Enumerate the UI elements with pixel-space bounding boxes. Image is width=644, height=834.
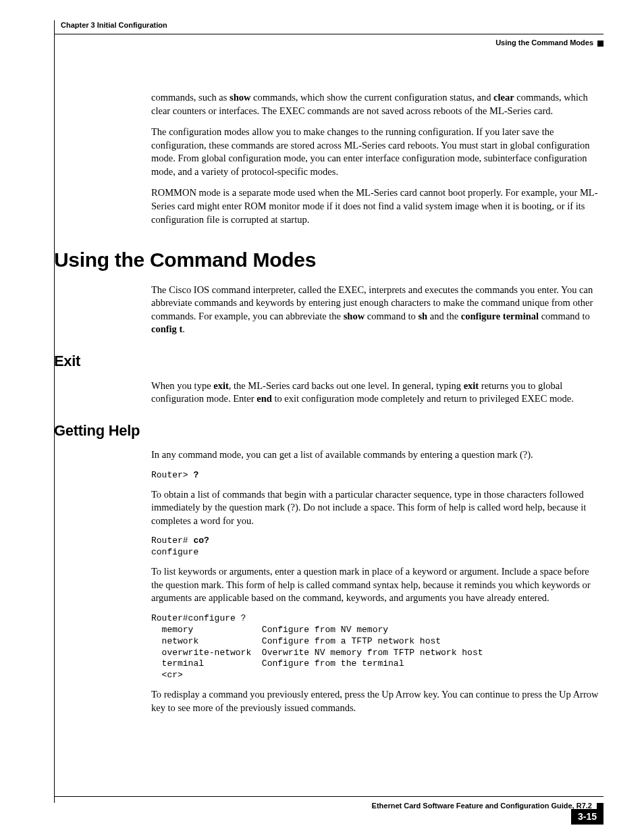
- code-block-3: Router#configure ? memory Configure from…: [151, 613, 603, 681]
- code-block-1: Router> ?: [151, 470, 603, 481]
- exit-p1: When you type exit, the ML-Series card b…: [151, 380, 603, 406]
- intro-p3: ROMMON mode is a separate mode used when…: [151, 186, 603, 226]
- code-block-2: Router# co? configure: [151, 536, 603, 558]
- heading-using-command-modes: Using the Command Modes: [54, 246, 603, 274]
- heading-getting-help: Getting Help: [54, 421, 603, 441]
- help-p1: In any command mode, you can get a list …: [151, 448, 603, 462]
- section-crumb: Using the Command Modes: [495, 38, 603, 48]
- header-block-icon: [597, 41, 603, 47]
- page-number: 3-15: [571, 809, 603, 825]
- section-crumb-text: Using the Command Modes: [495, 38, 593, 47]
- help-p2: To obtain a list of commands that begin …: [151, 488, 603, 528]
- using-p1: The Cisco IOS command interpreter, calle…: [151, 284, 603, 336]
- help-p3: To list keywords or arguments, enter a q…: [151, 565, 603, 605]
- chapter-label: Chapter 3 Initial Configuration: [61, 20, 603, 30]
- intro-p2: The configuration modes allow you to mak…: [151, 126, 603, 178]
- heading-exit: Exit: [54, 351, 603, 371]
- intro-p1: commands, such as show commands, which s…: [151, 91, 603, 118]
- footer-title: Ethernet Card Software Feature and Confi…: [54, 801, 603, 811]
- help-p4: To redisplay a command you previously en…: [151, 688, 603, 714]
